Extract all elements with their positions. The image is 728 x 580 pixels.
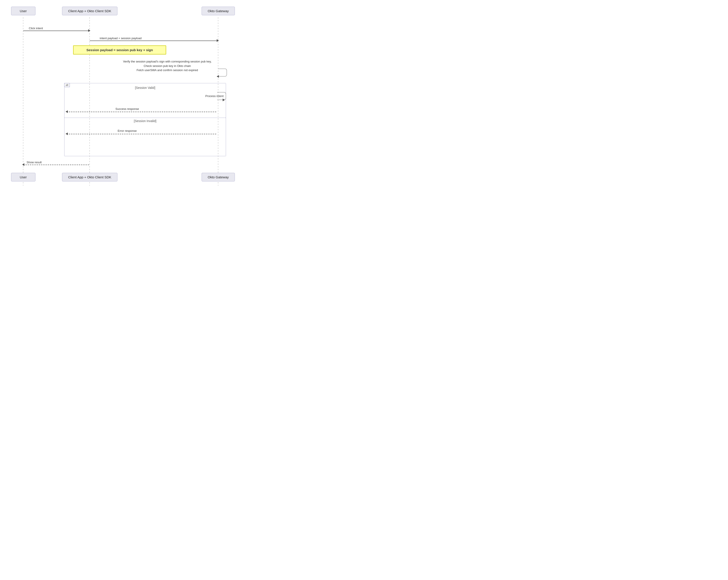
verify-note-text: Verify the session payload's sign with c… <box>113 59 222 73</box>
error-response-label: Error response <box>118 129 137 132</box>
gateway-self-loop-verify-arrowhead <box>217 75 219 78</box>
session-payload-note: Session payload = session pub key + sign <box>73 46 166 54</box>
intent-payload-line <box>90 41 217 41</box>
intent-payload-label: intent payload + session payload <box>100 36 141 40</box>
alt-divider <box>64 117 226 118</box>
success-response-arrowhead <box>66 110 68 113</box>
actor-gateway-bottom: Okto Gateway <box>202 173 235 181</box>
actor-user-top: User <box>11 7 35 15</box>
intent-payload-arrowhead <box>217 39 219 42</box>
show-result-arrowhead <box>22 163 24 166</box>
click-intent-arrowhead <box>88 29 90 32</box>
success-response-label: Success response <box>115 107 139 110</box>
actor-client-top: Client App + Okto Client SDK <box>62 7 118 15</box>
show-result-line <box>23 165 89 165</box>
actor-gateway-top: Okto Gateway <box>202 7 235 15</box>
gateway-self-loop-verify <box>218 69 227 76</box>
click-intent-line <box>23 31 89 31</box>
error-response-line <box>67 134 216 134</box>
show-result-label: Show result <box>27 161 42 164</box>
click-intent-label: Click intent <box>29 27 43 30</box>
success-response-line <box>67 112 216 112</box>
alt-frame: alt [Session Valid] Process intent Succe… <box>64 83 226 156</box>
lifeline-user <box>23 17 23 186</box>
actor-user-bottom: User <box>11 173 35 181</box>
error-response-arrowhead <box>66 132 68 135</box>
session-invalid-label: [Session Invalid] <box>64 119 226 123</box>
gateway-self-loop-process-arrowhead <box>223 99 225 101</box>
session-valid-label: [Session Valid] <box>64 86 226 89</box>
sequence-diagram: User Client App + Okto Client SDK Okto G… <box>4 4 261 195</box>
actor-client-bottom: Client App + Okto Client SDK <box>62 173 118 181</box>
